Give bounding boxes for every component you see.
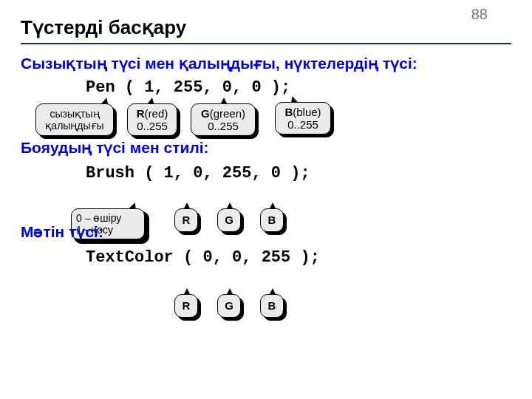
callout-thickness-l2: қалыңдығы — [45, 120, 103, 132]
callout-green-range: 0..255 — [208, 120, 239, 132]
callout-thickness-l1: сызықтың — [50, 108, 99, 120]
heading-pen: Сызықтың түсі мен қалыңдығы, нүктелердің… — [21, 55, 417, 72]
callout-green-l1: (green) — [210, 107, 245, 120]
page-title: Түстерді басқару — [21, 16, 186, 39]
title-rule — [21, 43, 511, 44]
code-brush: Brush ( 1, 0, 255, 0 ); — [86, 164, 310, 183]
heading-text: Мәтін түсі: — [21, 223, 103, 241]
b-label: B — [268, 214, 276, 226]
g-label-2: G — [225, 299, 233, 312]
code-pen: Pen ( 1, 255, 0, 0 ); — [86, 78, 290, 97]
callout-red-l1: (red) — [145, 107, 168, 120]
r-label: R — [183, 214, 191, 226]
heading-brush: Бояудың түсі мен стилі: — [21, 139, 209, 157]
callout-blue-l1: (blue) — [293, 106, 321, 118]
page-number: 88 — [471, 6, 488, 23]
callout-blue-range: 0..255 — [287, 118, 318, 131]
b-label-2: B — [268, 299, 276, 312]
r-label-2: R — [183, 299, 191, 312]
callout-red-range: 0..255 — [137, 120, 168, 132]
g-label: G — [225, 214, 233, 226]
callout-toggle-l1: 0 – өшіру — [76, 212, 121, 224]
code-textcolor: TextColor ( 0, 0, 255 ); — [86, 248, 320, 267]
